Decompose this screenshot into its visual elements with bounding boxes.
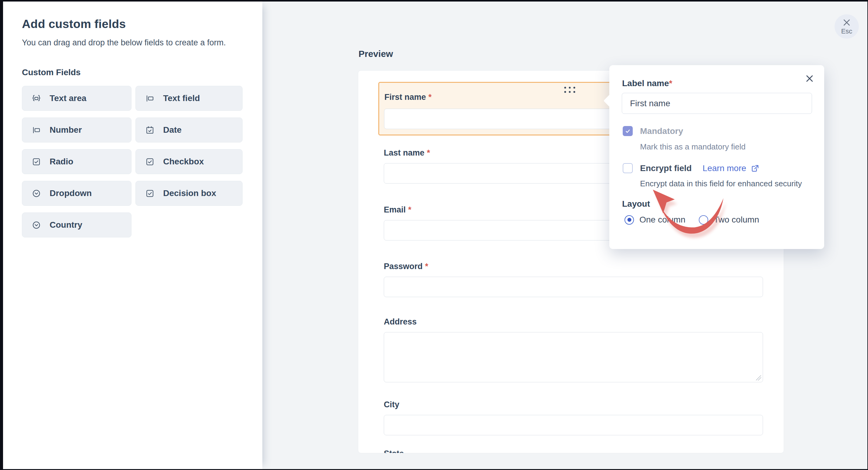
custom-fields-section-label: Custom Fields (22, 68, 246, 77)
close-icon (804, 73, 815, 84)
layout-options: One column Two column (624, 215, 759, 225)
mandatory-checkbox[interactable] (623, 126, 633, 136)
textfield-icon (145, 93, 155, 103)
label-name-label: Label name* (622, 79, 672, 88)
add-custom-fields-panel: Add custom fields You can drag and drop … (3, 2, 262, 469)
address-textarea[interactable] (384, 332, 763, 382)
required-asterisk: * (425, 262, 429, 271)
palette-field-label: Country (50, 220, 82, 230)
city-input[interactable] (384, 415, 763, 435)
palette-field-country[interactable]: Country (22, 213, 131, 238)
close-icon (842, 18, 851, 27)
radio-icon[interactable] (699, 215, 708, 225)
palette-field-label: Dropdown (50, 188, 92, 198)
field-label: City (384, 400, 763, 409)
external-link-icon (750, 164, 760, 173)
encrypt-label: Encrypt field (640, 163, 692, 173)
dropdown-icon (31, 188, 41, 198)
field-label: State (384, 449, 763, 453)
palette-field-date[interactable]: Date (135, 118, 243, 143)
number-icon (31, 125, 41, 135)
field-settings-popover: Label name* Mandatory Mark this as a man… (609, 65, 824, 249)
encrypt-checkbox[interactable] (623, 163, 633, 173)
popover-close-button[interactable] (804, 73, 815, 84)
layout-option-one-column[interactable]: One column (624, 215, 685, 225)
esc-button[interactable]: Esc (835, 14, 859, 39)
palette-field-label: Date (163, 125, 182, 135)
mandatory-label: Mandatory (640, 126, 683, 136)
field-label: Address (384, 317, 763, 326)
textarea-icon (31, 93, 41, 103)
layout-option-label: One column (640, 215, 685, 225)
preview-field-state: State (384, 449, 763, 453)
preview-field-address: Address (384, 317, 763, 382)
encrypt-help-text: Encrypt data in this field for enhanced … (640, 179, 802, 188)
esc-label: Esc (841, 27, 852, 35)
check-icon (624, 128, 631, 135)
palette-field-label: Decision box (163, 188, 216, 198)
panel-subtitle: You can drag and drop the below fields t… (22, 38, 246, 48)
mandatory-help-text: Mark this as a mandatory field (640, 142, 746, 152)
decision-box-icon (145, 188, 155, 198)
palette-field-label: Text field (163, 93, 200, 103)
custom-fields-palette: Text area Text field Number Date (22, 86, 246, 238)
palette-field-textfield[interactable]: Text field (135, 86, 243, 111)
layout-option-label: Two column (714, 215, 759, 225)
country-icon (31, 220, 41, 230)
palette-field-label: Number (50, 125, 82, 135)
label-name-input[interactable] (622, 93, 812, 114)
encrypt-row: Encrypt field Learn more (623, 163, 760, 173)
panel-title: Add custom fields (22, 17, 246, 31)
palette-field-label: Checkbox (163, 157, 204, 166)
preview-heading: Preview (359, 49, 393, 59)
radio-icon (31, 157, 41, 167)
palette-field-checkbox[interactable]: Checkbox (135, 149, 243, 174)
required-asterisk: * (427, 148, 430, 157)
learn-more-link[interactable]: Learn more (703, 163, 760, 173)
resize-handle-icon[interactable] (756, 375, 761, 380)
palette-field-label: Text area (50, 93, 87, 103)
palette-field-label: Radio (50, 157, 73, 166)
layout-label: Layout (622, 199, 650, 209)
password-input[interactable] (384, 277, 763, 297)
radio-icon[interactable] (624, 215, 634, 225)
date-icon (145, 125, 155, 135)
palette-field-decision-box[interactable]: Decision box (135, 181, 243, 206)
preview-field-city: City (384, 400, 763, 435)
required-asterisk: * (408, 205, 411, 214)
palette-field-radio[interactable]: Radio (22, 149, 131, 174)
drag-handle-icon[interactable] (564, 87, 575, 93)
checkbox-icon (145, 157, 155, 167)
preview-field-password: Password* (384, 262, 763, 297)
field-label: Password* (384, 262, 763, 271)
layout-option-two-column[interactable]: Two column (699, 215, 759, 225)
palette-field-textarea[interactable]: Text area (22, 86, 131, 111)
mandatory-row: Mandatory (623, 126, 683, 136)
palette-field-number[interactable]: Number (22, 118, 131, 143)
field-label: First name* (384, 93, 432, 102)
palette-field-dropdown[interactable]: Dropdown (22, 181, 131, 206)
